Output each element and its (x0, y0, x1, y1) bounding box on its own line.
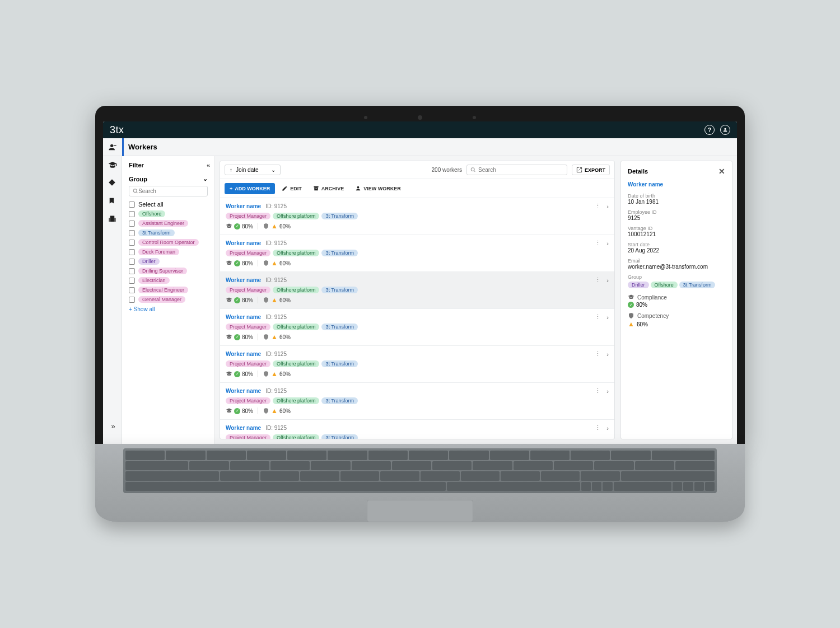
svg-line-7 (136, 192, 137, 193)
expand-rail-icon[interactable]: » (111, 422, 113, 430)
detail-field-value: 9125 (628, 215, 725, 221)
checkbox-icon[interactable] (129, 240, 135, 246)
more-icon[interactable]: ⋮ (595, 240, 601, 247)
bookmark-icon[interactable] (108, 196, 117, 205)
group-pill: 3t Transform (679, 282, 716, 288)
chevron-right-icon[interactable]: › (606, 240, 609, 247)
more-icon[interactable]: ⋮ (595, 203, 601, 210)
worker-name-link[interactable]: Worker name (226, 314, 261, 320)
filter-item[interactable]: Driller (129, 258, 208, 265)
group-pill: Electrician (138, 277, 170, 284)
view-worker-button[interactable]: VIEW WORKER (351, 182, 405, 194)
filter-item[interactable]: 3t Transform (129, 229, 208, 236)
tag-pill: Project Manager (226, 397, 270, 404)
detail-field-label: Date of birth (628, 193, 725, 199)
filter-item[interactable]: Electrical Engineer (129, 287, 208, 293)
worker-name-link[interactable]: Worker name (226, 425, 261, 431)
chevron-right-icon[interactable]: › (606, 425, 609, 432)
svg-rect-4 (109, 218, 110, 222)
svg-point-0 (724, 128, 726, 130)
topbar: 3tx ? (103, 121, 737, 138)
chevron-down-icon[interactable]: ⌄ (203, 175, 208, 182)
filter-title: Filter (129, 162, 144, 168)
filter-select-all[interactable]: Select all (129, 201, 208, 208)
graduation-icon[interactable] (108, 161, 117, 170)
more-icon[interactable]: ⋮ (595, 276, 601, 284)
worker-name-link[interactable]: Worker name (226, 203, 261, 209)
more-icon[interactable]: ⋮ (595, 424, 601, 432)
check-icon: ✓ (234, 408, 240, 414)
worker-name-link[interactable]: Worker name (226, 388, 261, 394)
checkbox-icon[interactable] (129, 259, 135, 265)
checkbox-icon[interactable] (129, 230, 135, 236)
add-worker-button[interactable]: + ADD WORKER (225, 183, 275, 194)
checkbox-icon[interactable] (129, 287, 135, 293)
worker-row[interactable]: Worker nameID: 9125⋮›Project ManagerOffs… (220, 383, 614, 420)
group-pill: Assistant Engineer (138, 220, 188, 227)
graduation-icon (628, 294, 634, 301)
worker-row[interactable]: Worker nameID: 9125⋮›Project ManagerOffs… (220, 420, 614, 439)
list-search[interactable] (466, 165, 567, 175)
checkbox-icon[interactable] (129, 211, 135, 217)
svg-rect-5 (114, 218, 115, 222)
filter-search[interactable] (129, 186, 208, 196)
checkbox-icon[interactable] (129, 297, 135, 303)
checkbox-icon[interactable] (129, 249, 135, 255)
worker-row[interactable]: Worker nameID: 9125⋮›Project ManagerOffs… (220, 198, 614, 235)
worker-row[interactable]: Worker nameID: 9125⋮›Project ManagerOffs… (220, 346, 614, 383)
chevron-right-icon[interactable]: › (606, 351, 609, 358)
worker-list: ↑ Join date ⌄ 200 workers EXPORT + ADD W… (220, 161, 615, 439)
filter-show-all[interactable]: + Show all (129, 306, 155, 312)
edit-button[interactable]: EDIT (277, 182, 306, 194)
person-minus-icon[interactable] (108, 143, 117, 152)
worker-id: ID: 9125 (265, 388, 287, 394)
more-icon[interactable]: ⋮ (595, 313, 601, 321)
search-icon (133, 188, 138, 194)
list-search-input[interactable] (478, 167, 563, 173)
worker-name-link[interactable]: Worker name (226, 351, 261, 357)
filter-search-input[interactable] (138, 188, 204, 194)
check-icon: ✓ (234, 371, 240, 377)
worker-row[interactable]: Worker nameID: 9125⋮›Project ManagerOffs… (220, 235, 614, 272)
filter-item[interactable]: Assistant Engineer (129, 220, 208, 227)
details-worker-name[interactable]: Worker name (628, 181, 725, 188)
export-button[interactable]: EXPORT (572, 165, 610, 175)
account-icon[interactable] (720, 125, 730, 135)
archive-button[interactable]: ARCHIVE (309, 182, 349, 194)
collapse-filter-icon[interactable]: « (207, 162, 208, 168)
building-icon[interactable] (108, 214, 117, 223)
diamond-icon[interactable] (108, 179, 117, 188)
filter-item[interactable]: Offshore (129, 210, 208, 217)
filter-item[interactable]: General Manager (129, 296, 208, 303)
group-pill: Driller (138, 258, 160, 265)
warning-icon: ▲ (628, 320, 634, 328)
more-icon[interactable]: ⋮ (595, 350, 601, 358)
checkbox-icon[interactable] (129, 268, 135, 274)
checkbox-icon[interactable] (129, 221, 135, 227)
checkbox-icon[interactable] (129, 278, 135, 284)
worker-row[interactable]: Worker nameID: 9125⋮›Project ManagerOffs… (220, 272, 614, 309)
chevron-right-icon[interactable]: › (606, 203, 609, 210)
worker-name-link[interactable]: Worker name (226, 240, 261, 246)
filter-item[interactable]: Electrician (129, 277, 208, 284)
filter-item[interactable]: Drilling Supervisor (129, 268, 208, 274)
filter-item[interactable]: Control Room Operator (129, 239, 208, 246)
chevron-right-icon[interactable]: › (606, 277, 609, 284)
arrow-up-icon: ↑ (230, 167, 232, 173)
close-details-icon[interactable]: ✕ (718, 167, 725, 176)
chevron-right-icon[interactable]: › (606, 388, 609, 395)
check-icon: ✓ (234, 223, 240, 229)
chevron-right-icon[interactable]: › (606, 314, 609, 321)
help-icon[interactable]: ? (704, 125, 715, 135)
worker-id: ID: 9125 (265, 240, 287, 246)
worker-name-link[interactable]: Worker name (226, 277, 261, 283)
sort-button[interactable]: ↑ Join date ⌄ (225, 165, 281, 175)
worker-row[interactable]: Worker nameID: 9125⋮›Project ManagerOffs… (220, 309, 614, 346)
filter-item[interactable]: Deck Foreman (129, 249, 208, 255)
plus-icon: + (230, 186, 232, 191)
warning-icon: ▲ (271, 259, 278, 267)
worker-count: 200 workers (432, 167, 462, 173)
more-icon[interactable]: ⋮ (595, 387, 601, 395)
tag-pill: 3t Transform (321, 360, 358, 367)
checkbox-icon[interactable] (129, 201, 135, 208)
